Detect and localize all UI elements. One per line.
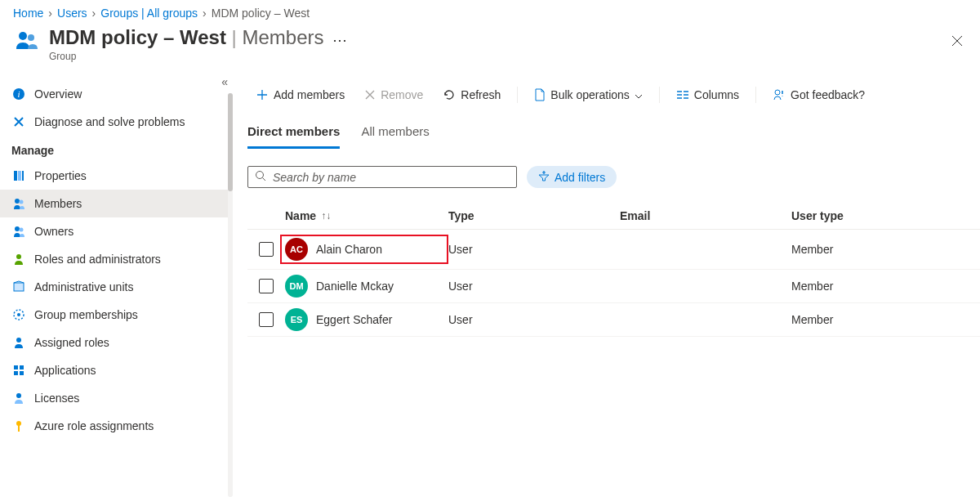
- table-row[interactable]: ESEggert SchaferUserMember: [247, 303, 980, 337]
- tab-direct-members[interactable]: Direct members: [247, 119, 340, 149]
- roles-icon: [11, 252, 26, 266]
- member-user-type: Member: [791, 280, 922, 293]
- add-members-button[interactable]: Add members: [247, 85, 353, 105]
- svg-rect-17: [20, 365, 24, 369]
- sidebar-item-label: Diagnose and solve problems: [34, 115, 185, 128]
- sidebar-item-assigned-roles[interactable]: Assigned roles: [0, 329, 233, 356]
- breadcrumb-users[interactable]: Users: [57, 7, 87, 20]
- feedback-button[interactable]: Got feedback?: [764, 85, 873, 105]
- sidebar-item-label: Overview: [34, 87, 82, 101]
- sidebar-item-owners[interactable]: Owners: [0, 217, 233, 245]
- search-icon: [255, 170, 266, 184]
- licenses-icon: [11, 391, 26, 405]
- sidebar-item-overview[interactable]: iOverview: [0, 80, 233, 108]
- svg-point-23: [775, 90, 780, 95]
- columns-icon: [676, 90, 689, 100]
- sidebar-item-label: Azure role assignments: [34, 419, 154, 432]
- filter-icon: [538, 170, 550, 184]
- sidebar-item-administrative-units[interactable]: Administrative units: [0, 273, 233, 301]
- sidebar-item-label: Members: [34, 197, 82, 210]
- member-type: User: [448, 243, 620, 256]
- member-name: Danielle Mckay: [316, 280, 394, 293]
- sort-icon: ↑↓: [321, 210, 331, 222]
- sidebar-item-label: Applications: [34, 364, 96, 377]
- sidebar-item-label: Administrative units: [34, 280, 133, 293]
- sidebar-item-applications[interactable]: Applications: [0, 356, 233, 384]
- refresh-button[interactable]: Refresh: [434, 85, 509, 105]
- member-name: Eggert Schafer: [316, 313, 392, 326]
- svg-point-15: [16, 338, 21, 343]
- sidebar-item-diagnose-and-solve-problems[interactable]: Diagnose and solve problems: [0, 108, 233, 136]
- breadcrumb: Home › Users › Groups | All groups › MDM…: [0, 0, 980, 23]
- row-checkbox[interactable]: [259, 312, 274, 327]
- table-row[interactable]: DMDanielle MckayUserMember: [247, 270, 980, 303]
- azure-role-icon: [11, 419, 26, 433]
- col-email[interactable]: Email: [620, 209, 791, 222]
- more-actions-icon[interactable]: ⋯: [332, 26, 347, 49]
- members-table: Name ↑↓ Type Email User type ACAlain Cha…: [247, 203, 980, 337]
- collapse-sidebar-icon[interactable]: «: [221, 75, 228, 88]
- svg-rect-12: [14, 283, 24, 291]
- diagnose-icon: [11, 114, 26, 129]
- admin-units-icon: [11, 280, 26, 294]
- svg-point-9: [15, 226, 20, 231]
- avatar: ES: [285, 308, 308, 331]
- properties-icon: [11, 168, 26, 183]
- add-filters-button[interactable]: Add filters: [527, 166, 617, 188]
- svg-point-24: [256, 172, 264, 179]
- page-subtitle: Group: [49, 51, 324, 62]
- search-input[interactable]: [273, 171, 510, 184]
- bulk-operations-button[interactable]: Bulk operations: [526, 85, 651, 105]
- svg-rect-4: [14, 171, 17, 181]
- search-box[interactable]: [247, 166, 517, 188]
- breadcrumb-sep: ›: [203, 7, 207, 20]
- svg-point-11: [16, 254, 21, 259]
- tab-all-members[interactable]: All members: [361, 119, 429, 149]
- x-icon: [364, 89, 376, 101]
- sidebar-item-azure-role-assignments[interactable]: Azure role assignments: [0, 412, 233, 440]
- table-header: Name ↑↓ Type Email User type: [247, 203, 980, 230]
- applications-icon: [11, 363, 26, 378]
- svg-rect-18: [14, 371, 18, 375]
- sidebar-item-label: Owners: [34, 225, 74, 238]
- table-row[interactable]: ACAlain CharonUserMember: [247, 230, 980, 270]
- columns-button[interactable]: Columns: [668, 85, 747, 105]
- row-checkbox[interactable]: [259, 279, 274, 293]
- svg-rect-6: [22, 171, 24, 181]
- breadcrumb-home[interactable]: Home: [13, 7, 43, 20]
- breadcrumb-sep: ›: [48, 7, 52, 20]
- owners-icon: [11, 224, 26, 239]
- col-type[interactable]: Type: [448, 209, 620, 222]
- members-icon: [11, 196, 26, 211]
- sidebar-item-roles-and-administrators[interactable]: Roles and administrators: [0, 245, 233, 273]
- member-user-type: Member: [791, 243, 922, 256]
- row-checkbox[interactable]: [259, 242, 274, 257]
- member-type: User: [448, 313, 620, 326]
- sidebar: « iOverviewDiagnose and solve problems M…: [0, 74, 233, 497]
- name-cell[interactable]: ESEggert Schafer: [285, 308, 448, 331]
- close-icon[interactable]: [951, 34, 964, 50]
- sidebar-item-licenses[interactable]: Licenses: [0, 384, 233, 412]
- col-name[interactable]: Name ↑↓: [285, 209, 448, 222]
- breadcrumb-groups[interactable]: Groups | All groups: [100, 7, 198, 20]
- assigned-roles-icon: [11, 335, 26, 350]
- avatar: AC: [285, 238, 308, 261]
- member-user-type: Member: [791, 313, 922, 326]
- name-cell[interactable]: ACAlain Charon: [280, 235, 448, 264]
- avatar: DM: [285, 275, 308, 298]
- name-cell[interactable]: DMDanielle Mckay: [285, 275, 448, 298]
- member-name: Alain Charon: [316, 243, 382, 256]
- sidebar-item-group-memberships[interactable]: Group memberships: [0, 301, 233, 329]
- page-header: MDM policy – West | Members Group ⋯: [0, 23, 980, 74]
- sidebar-item-properties[interactable]: Properties: [0, 162, 233, 190]
- member-type: User: [448, 280, 620, 293]
- info-icon: i: [11, 87, 26, 101]
- svg-point-14: [17, 313, 20, 316]
- svg-rect-16: [14, 365, 18, 369]
- feedback-icon: [773, 88, 786, 101]
- svg-rect-22: [18, 425, 20, 432]
- sidebar-item-members[interactable]: Members: [0, 190, 233, 217]
- svg-rect-19: [20, 371, 24, 375]
- sidebar-item-label: Properties: [34, 169, 87, 182]
- col-user-type[interactable]: User type: [791, 209, 922, 222]
